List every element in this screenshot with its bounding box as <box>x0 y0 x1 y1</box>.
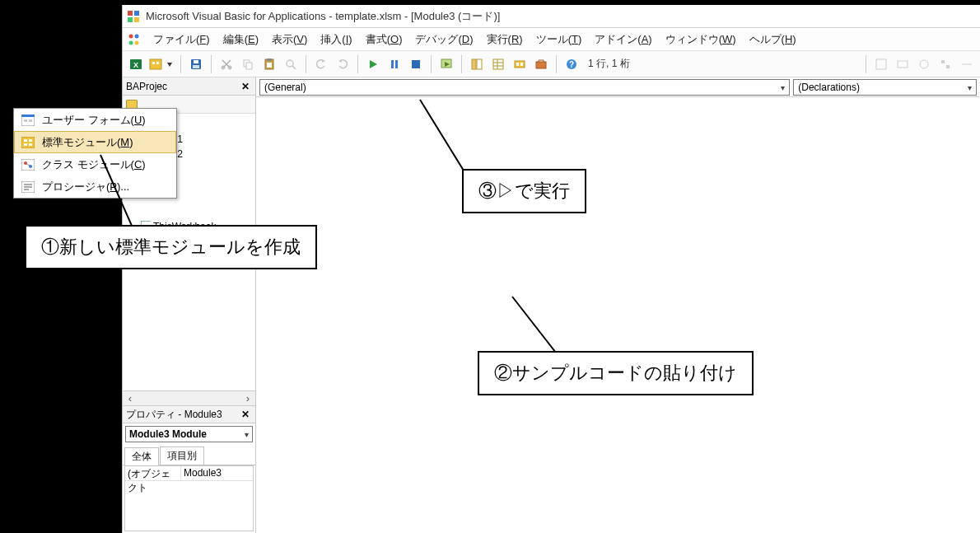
design-mode-button[interactable] <box>436 54 456 74</box>
save-button[interactable] <box>186 54 206 74</box>
window-title: Microsoft Visual Basic for Applications … <box>146 9 500 24</box>
position-indicator: 1 行, 1 桁 <box>583 57 635 71</box>
svg-rect-46 <box>876 59 886 69</box>
scroll-right-icon[interactable]: › <box>242 393 254 404</box>
module-icon <box>21 135 35 150</box>
menu-file[interactable]: ファイル(F) <box>147 30 216 49</box>
props-tab-categorized[interactable]: 項目別 <box>160 447 204 465</box>
svg-rect-65 <box>24 139 27 142</box>
annotation-1: ①新しい標準モジュールを作成 <box>25 225 317 269</box>
menu-window[interactable]: ウィンドウ(W) <box>660 30 742 49</box>
chevron-down-icon: ▾ <box>781 83 785 92</box>
svg-rect-64 <box>21 137 35 148</box>
object-combo[interactable]: (General) ▾ <box>259 79 790 96</box>
separator <box>306 55 306 73</box>
project-explorer-title: BAProjec <box>126 81 167 92</box>
svg-rect-49 <box>941 60 945 63</box>
find-button[interactable] <box>281 54 301 74</box>
svg-marker-26 <box>322 59 325 63</box>
view-excel-button[interactable]: X <box>126 54 146 74</box>
extra-button-4[interactable] <box>936 54 955 74</box>
popup-userform[interactable]: ユーザー フォーム(U) <box>14 109 176 131</box>
popup-standard-module[interactable]: 標準モジュール(M) <box>14 131 176 153</box>
properties-tabs: 全体 項目別 <box>123 447 255 465</box>
svg-rect-67 <box>24 143 27 146</box>
menu-debug[interactable]: デバッグ(D) <box>409 30 478 49</box>
object-browser-button[interactable] <box>510 54 530 74</box>
svg-rect-15 <box>194 60 198 63</box>
svg-rect-16 <box>193 65 199 68</box>
menubar-icon <box>126 31 142 48</box>
separator <box>357 55 358 73</box>
svg-point-48 <box>920 60 928 68</box>
extra-button-1[interactable] <box>871 54 891 74</box>
project-explorer-header: BAProjec ✕ <box>123 77 255 96</box>
copy-button[interactable] <box>238 54 258 74</box>
userform-icon <box>21 113 35 128</box>
separator <box>211 55 212 73</box>
popup-class-module[interactable]: クラス モジュール(C) <box>14 153 176 175</box>
svg-rect-63 <box>29 119 32 122</box>
svg-rect-1 <box>134 11 139 16</box>
project-explorer-close-icon[interactable]: ✕ <box>239 80 252 93</box>
extra-button-3[interactable] <box>914 54 934 74</box>
properties-close-icon[interactable]: ✕ <box>239 408 252 421</box>
extra-button-5[interactable] <box>957 54 977 74</box>
procedure-combo[interactable]: (Declarations) ▾ <box>793 79 977 96</box>
svg-rect-11 <box>152 62 155 64</box>
cut-button[interactable] <box>217 54 236 74</box>
run-button[interactable] <box>363 54 383 74</box>
reset-button[interactable] <box>406 54 426 74</box>
insert-dropdown-button[interactable] <box>147 54 175 74</box>
menu-tools[interactable]: ツール(T) <box>530 30 588 49</box>
props-tab-all[interactable]: 全体 <box>124 447 159 465</box>
chevron-down-icon: ▾ <box>968 83 972 92</box>
svg-point-5 <box>135 34 139 38</box>
popup-procedure[interactable]: プロシージャ(P)... <box>14 175 176 198</box>
svg-rect-42 <box>520 63 523 66</box>
svg-rect-10 <box>150 59 161 69</box>
svg-marker-28 <box>370 60 377 68</box>
svg-rect-29 <box>391 60 394 68</box>
svg-rect-41 <box>516 63 519 66</box>
tree-hscroll[interactable]: ‹ › <box>123 390 255 405</box>
svg-text:?: ? <box>569 60 574 69</box>
menu-insert[interactable]: 挿入(I) <box>315 30 357 49</box>
svg-rect-34 <box>472 59 476 69</box>
undo-button[interactable] <box>311 54 331 74</box>
svg-rect-68 <box>29 143 32 146</box>
code-area[interactable] <box>256 97 980 533</box>
svg-rect-2 <box>128 17 133 22</box>
redo-button[interactable] <box>333 54 352 74</box>
props-row[interactable]: (オブジェクト Module3 <box>125 466 253 481</box>
toolbox-button[interactable] <box>531 54 551 74</box>
procedure-icon <box>21 180 35 194</box>
paste-button[interactable] <box>259 54 279 74</box>
scroll-left-icon[interactable]: ‹ <box>124 393 136 404</box>
separator <box>866 55 866 73</box>
svg-rect-62 <box>24 119 27 122</box>
properties-object-select[interactable]: Module3 Module ▾ <box>125 426 253 442</box>
svg-rect-31 <box>412 60 420 68</box>
menu-addins[interactable]: アドイン(A) <box>589 30 657 49</box>
menubar: ファイル(F) 編集(E) 表示(V) 挿入(I) 書式(O) デバッグ(D) … <box>123 28 980 51</box>
svg-rect-47 <box>898 61 908 68</box>
project-explorer-button[interactable] <box>467 54 487 74</box>
svg-rect-30 <box>395 60 398 68</box>
break-button[interactable] <box>385 54 404 74</box>
help-button[interactable]: ? <box>562 54 581 74</box>
properties-grid[interactable]: (オブジェクト Module3 <box>124 465 254 531</box>
menu-help[interactable]: ヘルプ(H) <box>744 30 802 49</box>
menu-format[interactable]: 書式(O) <box>360 30 408 49</box>
properties-button[interactable] <box>488 54 508 74</box>
extra-button-2[interactable] <box>893 54 912 74</box>
menu-view[interactable]: 表示(V) <box>266 30 313 49</box>
chevron-down-icon: ▾ <box>245 430 249 439</box>
props-value[interactable]: Module3 <box>181 466 253 480</box>
menu-edit[interactable]: 編集(E) <box>217 30 264 49</box>
extra-tools <box>871 54 977 74</box>
svg-rect-12 <box>156 62 159 64</box>
code-editor: (General) ▾ (Declarations) ▾ <box>256 77 980 533</box>
menu-run[interactable]: 実行(R) <box>481 30 529 49</box>
svg-rect-20 <box>246 63 252 69</box>
